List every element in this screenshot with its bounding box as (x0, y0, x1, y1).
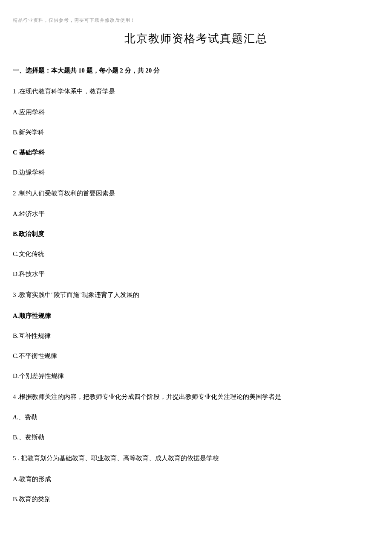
question-2-option-a: A.经济水平 (13, 210, 379, 218)
question-1-option-d: D.边缘学科 (13, 169, 379, 177)
question-4-option-b: B.、费斯勒 (13, 433, 379, 442)
question-4-option-a-prefix: A (13, 414, 17, 421)
question-2-text: 2 .制约人们受教育权利的首要因素是 (13, 189, 379, 198)
question-5-text: 5 . 把教育划分为基础教育、职业教育、高等教育、成人教育的依据是学校 (13, 453, 379, 463)
question-3-option-c: C.不平衡性规律 (13, 352, 379, 360)
question-4-option-a-suffix: .、费勒 (17, 414, 37, 421)
question-2-option-c: C.文化传统 (13, 250, 379, 258)
page-title: 北京教师资格考试真题汇总 (13, 31, 379, 46)
section-heading: 一、选择题：本大题共 10 题，每小题 2 分，共 20 分 (13, 67, 379, 75)
question-4-text: 4 .根据教师关注的内容，把教师专业化分成四个阶段，并提出教师专业化关注理论的美… (13, 392, 379, 402)
question-1-option-c: C 基础学科 (13, 148, 379, 157)
question-3-option-b: B.互补性规律 (13, 332, 379, 340)
header-note: 精品行业资料，仅供参考，需要可下载并修改后使用！ (13, 17, 379, 23)
question-1-option-b: B.新兴学科 (13, 128, 379, 137)
question-2-option-b: B.政治制度 (13, 230, 379, 238)
question-5-option-a: A.教育的形成 (13, 475, 379, 483)
question-1-text: 1 .在现代教育科学体系中，教育学是 (13, 87, 379, 96)
question-4-option-a: A.、费勒 (13, 413, 379, 421)
question-5-option-b: B.教育的类别 (13, 495, 379, 503)
question-1-option-a: A.应用学科 (13, 108, 379, 116)
question-3-option-d: D.个别差异性规律 (13, 372, 379, 380)
question-3-option-a: A.顺序性规律 (13, 312, 379, 320)
question-3-text: 3 .教育实践中"陵节而施"现象违背了人发展的 (13, 290, 379, 300)
question-2-option-d: D.科技水平 (13, 270, 379, 278)
